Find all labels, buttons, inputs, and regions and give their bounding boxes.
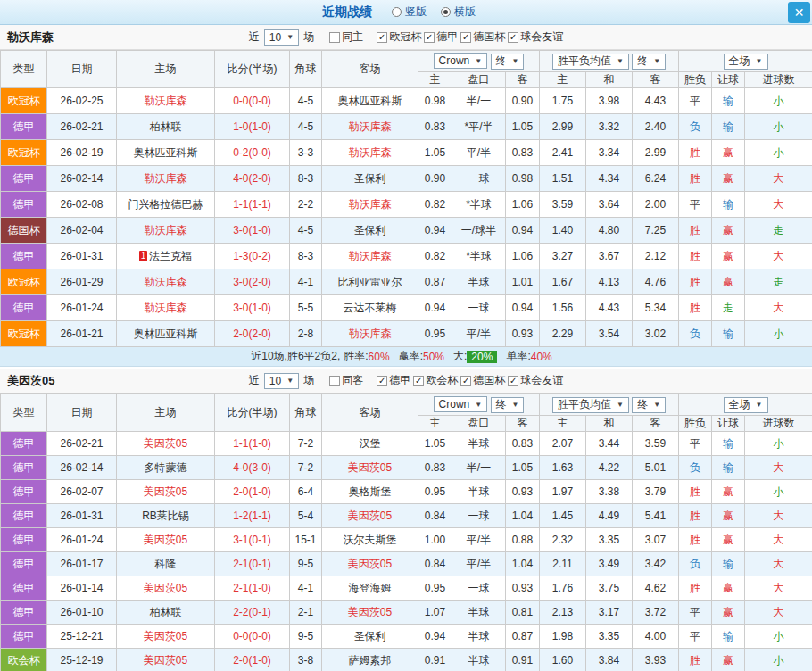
odds-home: 1.07 [418, 601, 452, 625]
away-team: 萨姆素邦 [322, 649, 418, 671]
odds-away: 0.93 [506, 321, 540, 347]
match-date: 26-01-31 [47, 244, 117, 269]
league-filter-checkbox[interactable]: 德国杯 [460, 373, 505, 388]
odds-handicap: 一球 [452, 166, 506, 192]
odds-away: 0.83 [506, 140, 540, 166]
match-count-select[interactable]: 10 ▼ [264, 373, 299, 389]
avg-final-value: 终 [637, 397, 648, 412]
odds-company-select[interactable]: Crown ▼ [434, 53, 488, 69]
odds-home: 0.95 [418, 321, 452, 347]
team-name: 勒沃库森 [7, 29, 54, 46]
odds-home: 0.82 [418, 192, 452, 218]
league-badge: 德甲 [1, 625, 47, 649]
chevron-down-icon: ▼ [512, 401, 519, 409]
match-score: 3-0(1-0) [215, 218, 290, 244]
league-filter-checkbox[interactable]: 德国杯 [460, 29, 505, 45]
home-team: 1法兰克福 [117, 244, 215, 269]
home-team-name: 法兰克福 [149, 250, 192, 262]
result-wdl: 平 [679, 432, 712, 456]
result-wdl: 胜 [679, 295, 712, 321]
result-handicap: 走 [712, 295, 745, 321]
same-venue-label: 同主 [342, 29, 363, 45]
result-handicap: 输 [712, 625, 745, 649]
odds-final-select[interactable]: 终 ▼ [491, 397, 525, 413]
odds-group-header: Crown ▼ 终 ▼ [418, 51, 540, 72]
avg-select[interactable]: 胜平负均值 ▼ [552, 397, 629, 413]
home-team: 美因茨05 [117, 432, 215, 456]
odds-final-select[interactable]: 终 ▼ [491, 54, 525, 70]
same-venue-checkbox[interactable]: 同主 [329, 29, 363, 45]
checkbox-icon [329, 32, 340, 43]
odds-handicap: 一/球半 [452, 218, 506, 244]
fulltime-select[interactable]: 全场 ▼ [724, 397, 768, 413]
match-row: 德甲26-01-24勒沃库森3-0(1-0)5-5云达不莱梅0.94一球0.94… [1, 295, 812, 321]
league-filter-checkbox[interactable]: 球会友谊 [508, 373, 563, 388]
close-button[interactable]: ✕ [788, 2, 810, 23]
avg-final-select[interactable]: 终 ▼ [632, 54, 666, 70]
home-team-name: 美因茨05 [144, 582, 187, 594]
col-goals: 进球数 [745, 416, 812, 432]
corner-score: 6-4 [290, 480, 322, 504]
col-wdl: 胜负 [679, 72, 712, 88]
odds-handicap: 平/半 [452, 528, 506, 552]
odds-handicap: *半球 [452, 244, 506, 269]
result-goals: 大 [745, 504, 812, 528]
summary-prefix: 近10场,胜6平2负2, [251, 349, 340, 364]
avg-draw: 3.64 [586, 192, 633, 218]
away-team-name: 沃尔夫斯堡 [344, 534, 397, 546]
avg-away: 2.40 [633, 114, 679, 140]
league-badge: 德甲 [1, 480, 47, 504]
odds-company-value: Crown [439, 398, 470, 410]
col-odds-home: 主 [418, 416, 452, 432]
same-venue-checkbox[interactable]: 同客 [329, 373, 363, 388]
league-badge: 德甲 [1, 601, 47, 625]
matches-table: 类型 日期 主场 比分(半场) 角球 客场 Crown ▼ 终 ▼ [0, 50, 812, 347]
avg-final-select[interactable]: 终 ▼ [632, 397, 666, 413]
avg-home: 1.51 [540, 166, 586, 192]
odds-away: 1.04 [506, 504, 540, 528]
avg-draw: 3.49 [586, 552, 633, 576]
match-row: 德甲26-02-07美因茨052-0(1-0)6-4奥格斯堡0.95半球0.93… [1, 480, 812, 504]
odds-home: 0.95 [418, 480, 452, 504]
odds-handicap: 平/半 [452, 321, 506, 347]
away-team: 圣保利 [322, 166, 418, 192]
league-filter-label: 德甲 [389, 373, 410, 388]
odds-away: 0.94 [506, 295, 540, 321]
league-filter-checkbox[interactable]: 德甲 [377, 373, 410, 388]
avg-draw: 4.13 [586, 269, 633, 295]
layout-option-horizontal[interactable]: 横版 [441, 4, 476, 20]
result-goals: 走 [745, 218, 812, 244]
avg-draw: 3.75 [586, 576, 633, 601]
league-filter-checkbox[interactable]: 德甲 [424, 29, 458, 45]
league-filter-checkbox[interactable]: 欧会杯 [413, 373, 458, 388]
match-count-select[interactable]: 10 ▼ [264, 29, 299, 46]
avg-select[interactable]: 胜平负均值 ▼ [552, 54, 629, 70]
away-team-name: 圣保利 [354, 224, 386, 236]
match-count-value: 10 [269, 375, 281, 387]
away-team: 比利亚雷亚尔 [322, 269, 418, 295]
league-filter-checkbox[interactable]: 球会友谊 [508, 29, 563, 45]
odds-home: 0.87 [418, 269, 452, 295]
match-row: 德甲26-02-14勒沃库森4-0(2-0)8-3圣保利0.90一球0.981.… [1, 166, 812, 192]
fulltime-select[interactable]: 全场 ▼ [724, 54, 768, 70]
match-date: 25-12-21 [47, 625, 117, 649]
odds-company-value: Crown [439, 54, 470, 67]
match-score: 1-1(1-0) [215, 432, 290, 456]
home-team-name: 门兴格拉德巴赫 [128, 198, 203, 211]
match-date: 26-01-17 [47, 552, 117, 576]
league-filter-checkbox[interactable]: 欧冠杯 [377, 29, 421, 45]
odds-company-select[interactable]: Crown ▼ [434, 396, 488, 412]
result-goals: 小 [745, 649, 812, 671]
odds-home: 0.91 [418, 649, 452, 671]
away-team: 海登海姆 [322, 576, 418, 601]
league-badge: 德甲 [1, 295, 47, 321]
match-score: 3-0(1-0) [215, 295, 290, 321]
odds-home: 1.05 [418, 140, 452, 166]
home-team-name: 奥林匹亚科斯 [134, 327, 198, 340]
layout-option-vertical[interactable]: 竖版 [392, 4, 427, 20]
match-row: 欧冠杯26-01-29勒沃库森3-0(2-0)4-1比利亚雷亚尔0.87半球1.… [1, 269, 812, 295]
checkbox-icon [460, 32, 471, 43]
result-goals: 大 [745, 576, 812, 601]
avg-away: 3.72 [633, 601, 679, 625]
match-row: 德甲26-01-10柏林联2-2(0-1)2-1美因茨051.07半球0.812… [1, 601, 812, 625]
